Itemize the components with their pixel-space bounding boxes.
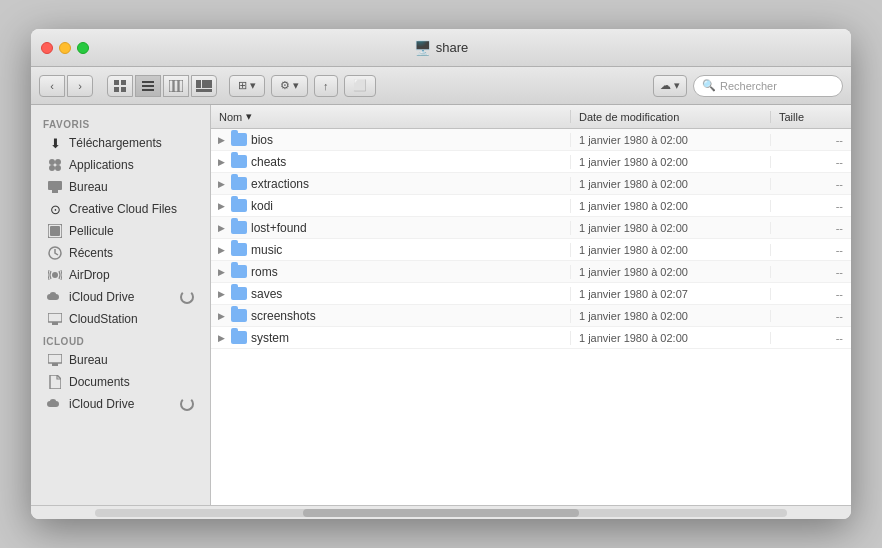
view-icon-button[interactable] xyxy=(107,75,133,97)
file-name-cell: ▶ music xyxy=(211,243,571,257)
titlebar: 🖥️ share xyxy=(31,29,851,67)
icloud-drive-progress xyxy=(180,290,194,304)
col-date-header[interactable]: Date de modification xyxy=(571,111,771,123)
icloud-drive2-progress xyxy=(180,397,194,411)
sidebar-item-documents[interactable]: Documents xyxy=(35,371,206,393)
svg-rect-11 xyxy=(202,80,207,88)
expand-arrow[interactable]: ▶ xyxy=(215,134,227,146)
file-date-cell: 1 janvier 1980 à 02:00 xyxy=(571,178,771,190)
sidebar-item-icloud-drive[interactable]: iCloud Drive xyxy=(35,286,206,308)
share-icon: ↑ xyxy=(323,80,329,92)
expand-arrow[interactable]: ▶ xyxy=(215,332,227,344)
file-name: screenshots xyxy=(251,309,316,323)
file-size-cell: -- xyxy=(771,156,851,168)
column-view-icon xyxy=(169,80,183,92)
arrange-icon: ⊞ xyxy=(238,79,247,92)
file-name-cell: ▶ bios xyxy=(211,133,571,147)
col-size-header[interactable]: Taille xyxy=(771,111,851,123)
tag-button[interactable]: ⬜ xyxy=(344,75,376,97)
svg-rect-12 xyxy=(207,80,212,88)
arrange-button[interactable]: ⊞ ▾ xyxy=(229,75,265,97)
expand-arrow[interactable]: ▶ xyxy=(215,222,227,234)
folder-icon xyxy=(231,133,247,146)
view-column-button[interactable] xyxy=(163,75,189,97)
file-date-cell: 1 janvier 1980 à 02:00 xyxy=(571,266,771,278)
col-name-header[interactable]: Nom ▾ xyxy=(211,110,571,123)
icloud-drive2-icon xyxy=(47,396,63,412)
forward-icon: › xyxy=(78,80,82,92)
view-gallery-button[interactable] xyxy=(191,75,217,97)
svg-rect-18 xyxy=(48,181,62,190)
sidebar-item-airdrop[interactable]: AirDrop xyxy=(35,264,206,286)
table-row[interactable]: ▶ cheats 1 janvier 1980 à 02:00 -- xyxy=(211,151,851,173)
view-list-button[interactable] xyxy=(135,75,161,97)
svg-point-17 xyxy=(55,165,61,171)
table-row[interactable]: ▶ roms 1 janvier 1980 à 02:00 -- xyxy=(211,261,851,283)
sidebar-item-label: Documents xyxy=(69,375,130,389)
sidebar-section-favoris: Favoris xyxy=(31,113,210,132)
svg-rect-27 xyxy=(52,363,58,366)
expand-arrow[interactable]: ▶ xyxy=(215,266,227,278)
svg-rect-2 xyxy=(114,87,119,92)
tag-icon: ⬜ xyxy=(353,79,367,92)
action-button[interactable]: ⚙ ▾ xyxy=(271,75,308,97)
horizontal-scrollbar[interactable] xyxy=(95,509,787,517)
file-date-cell: 1 janvier 1980 à 02:00 xyxy=(571,222,771,234)
forward-button[interactable]: › xyxy=(67,75,93,97)
table-row[interactable]: ▶ saves 1 janvier 1980 à 02:07 -- xyxy=(211,283,851,305)
nav-buttons: ‹ › xyxy=(39,75,93,97)
sidebar-item-creative-cloud[interactable]: ⊙ Creative Cloud Files xyxy=(35,198,206,220)
bureau-icon xyxy=(47,179,63,195)
file-name: cheats xyxy=(251,155,286,169)
close-button[interactable] xyxy=(41,42,53,54)
file-size-cell: -- xyxy=(771,310,851,322)
sidebar-item-telechargements[interactable]: ⬇ Téléchargements xyxy=(35,132,206,154)
minimize-button[interactable] xyxy=(59,42,71,54)
table-row[interactable]: ▶ screenshots 1 janvier 1980 à 02:00 -- xyxy=(211,305,851,327)
file-name: kodi xyxy=(251,199,273,213)
search-box[interactable]: 🔍 Rechercher xyxy=(693,75,843,97)
col-date-label: Date de modification xyxy=(579,111,679,123)
maximize-button[interactable] xyxy=(77,42,89,54)
file-name: system xyxy=(251,331,289,345)
table-row[interactable]: ▶ bios 1 janvier 1980 à 02:00 -- xyxy=(211,129,851,151)
file-name: lost+found xyxy=(251,221,307,235)
svg-rect-25 xyxy=(52,322,58,325)
bottom-bar xyxy=(31,505,851,519)
expand-arrow[interactable]: ▶ xyxy=(215,310,227,322)
expand-arrow[interactable]: ▶ xyxy=(215,244,227,256)
share-button[interactable]: ↑ xyxy=(314,75,338,97)
file-size-cell: -- xyxy=(771,200,851,212)
svg-rect-1 xyxy=(121,80,126,85)
creative-cloud-icon: ⊙ xyxy=(47,201,63,217)
file-name: bios xyxy=(251,133,273,147)
table-row[interactable]: ▶ lost+found 1 janvier 1980 à 02:00 -- xyxy=(211,217,851,239)
svg-point-23 xyxy=(52,272,58,278)
sidebar-item-recents[interactable]: Récents xyxy=(35,242,206,264)
back-button[interactable]: ‹ xyxy=(39,75,65,97)
icloud-button[interactable]: ☁ ▾ xyxy=(653,75,687,97)
folder-icon xyxy=(231,155,247,168)
expand-arrow[interactable]: ▶ xyxy=(215,156,227,168)
table-row[interactable]: ▶ music 1 janvier 1980 à 02:00 -- xyxy=(211,239,851,261)
sidebar-item-pellicule[interactable]: Pellicule xyxy=(35,220,206,242)
expand-arrow[interactable]: ▶ xyxy=(215,200,227,212)
sidebar-item-icloud-drive2[interactable]: iCloud Drive xyxy=(35,393,206,415)
table-row[interactable]: ▶ system 1 janvier 1980 à 02:00 -- xyxy=(211,327,851,349)
expand-arrow[interactable]: ▶ xyxy=(215,178,227,190)
expand-arrow[interactable]: ▶ xyxy=(215,288,227,300)
folder-icon xyxy=(231,243,247,256)
table-row[interactable]: ▶ kodi 1 janvier 1980 à 02:00 -- xyxy=(211,195,851,217)
file-list: Nom ▾ Date de modification Taille ▶ bios… xyxy=(211,105,851,505)
sidebar-item-applications[interactable]: Applications xyxy=(35,154,206,176)
table-row[interactable]: ▶ extractions 1 janvier 1980 à 02:00 -- xyxy=(211,173,851,195)
file-date-cell: 1 janvier 1980 à 02:07 xyxy=(571,288,771,300)
sidebar-item-bureau[interactable]: Bureau xyxy=(35,176,206,198)
svg-rect-7 xyxy=(169,80,173,92)
sidebar-item-bureau-icloud[interactable]: Bureau xyxy=(35,349,206,371)
sidebar-item-cloudstation[interactable]: CloudStation xyxy=(35,308,206,330)
download-icon: ⬇ xyxy=(47,135,63,151)
file-size-cell: -- xyxy=(771,244,851,256)
gallery-view-icon xyxy=(196,80,212,92)
file-name-cell: ▶ screenshots xyxy=(211,309,571,323)
